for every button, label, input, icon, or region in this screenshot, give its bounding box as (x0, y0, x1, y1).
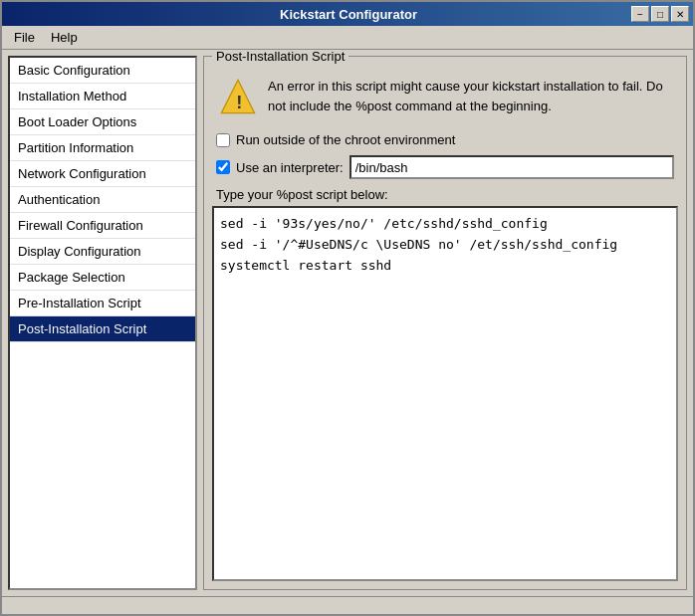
menubar: File Help (2, 26, 693, 50)
post-installation-group: Post-Installation Script ! An error in t… (203, 56, 687, 590)
run-outside-label: Run outside of the chroot environment (236, 132, 455, 147)
file-menu[interactable]: File (6, 28, 43, 47)
minimize-button[interactable]: − (631, 6, 649, 22)
sidebar-item-authentication[interactable]: Authentication (10, 187, 195, 213)
sidebar-item-basic-configuration[interactable]: Basic Configuration (10, 58, 195, 84)
group-title: Post-Installation Script (212, 50, 348, 64)
sidebar-item-network-configuration[interactable]: Network Configuration (10, 161, 195, 187)
main-content: Basic ConfigurationInstallation MethodBo… (2, 50, 693, 596)
warning-text: An error in this script might cause your… (268, 77, 672, 115)
sidebar-item-display-configuration[interactable]: Display Configuration (10, 239, 195, 265)
statusbar (2, 596, 693, 614)
sidebar-item-pre-installation-script[interactable]: Pre-Installation Script (10, 291, 195, 316)
warning-icon: ! (218, 77, 258, 116)
help-menu[interactable]: Help (43, 28, 86, 47)
sidebar-item-package-selection[interactable]: Package Selection (10, 265, 195, 291)
script-textarea[interactable] (212, 206, 678, 581)
maximize-button[interactable]: □ (651, 6, 669, 22)
warning-banner: ! An error in this script might cause yo… (212, 71, 678, 122)
close-button[interactable]: ✕ (671, 6, 689, 22)
use-interpreter-row: Use an interpreter: (212, 155, 678, 179)
sidebar-item-installation-method[interactable]: Installation Method (10, 84, 195, 109)
titlebar: Kickstart Configurator − □ ✕ (2, 2, 693, 26)
sidebar: Basic ConfigurationInstallation MethodBo… (8, 56, 197, 590)
script-label: Type your %post script below: (212, 187, 678, 202)
sidebar-item-firewall-configuration[interactable]: Firewall Configuration (10, 213, 195, 239)
sidebar-item-partition-information[interactable]: Partition Information (10, 135, 195, 161)
interpreter-input[interactable] (349, 155, 674, 179)
svg-text:!: ! (236, 92, 242, 112)
sidebar-item-post-installation-script[interactable]: Post-Installation Script (10, 316, 195, 342)
use-interpreter-label: Use an interpreter: (236, 160, 344, 175)
run-outside-checkbox[interactable] (216, 133, 230, 147)
use-interpreter-checkbox[interactable] (216, 160, 230, 174)
right-panel: Post-Installation Script ! An error in t… (203, 56, 687, 590)
run-outside-row: Run outside of the chroot environment (212, 132, 678, 147)
window-title: Kickstart Configurator (66, 7, 631, 22)
main-window: Kickstart Configurator − □ ✕ File Help B… (0, 0, 695, 616)
sidebar-item-boot-loader-options[interactable]: Boot Loader Options (10, 109, 195, 135)
titlebar-buttons: − □ ✕ (631, 6, 689, 22)
